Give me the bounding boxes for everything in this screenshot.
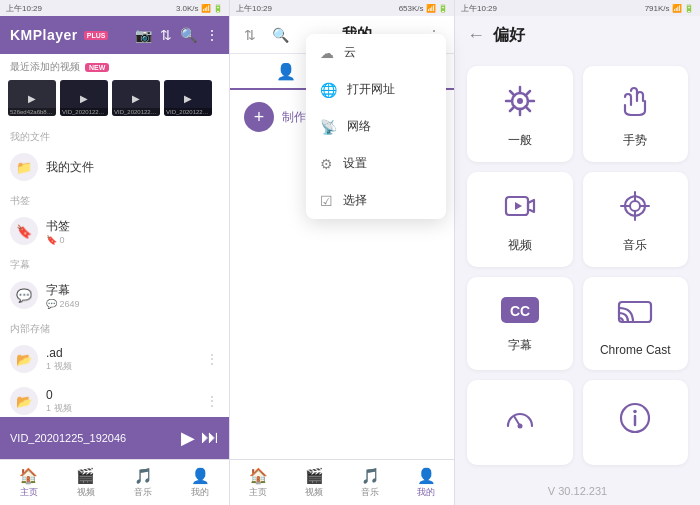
mine-video-icon: 🎬 xyxy=(305,467,324,485)
app-container: 上午10:29 3.0K/s 📶 🔋 KMPlayer PLUS 📷 ⇅ 🔍 ⋮… xyxy=(0,0,700,505)
thumb-4[interactable]: ▶ VID_20201225... xyxy=(164,80,212,116)
folder-ad-label: .ad xyxy=(46,346,197,360)
nav-video[interactable]: 🎬 视频 xyxy=(57,460,114,505)
play-button[interactable]: ▶ xyxy=(181,427,195,449)
nav-video-label: 视频 xyxy=(77,486,95,499)
mine-bottom-nav: 🏠 主页 🎬 视频 🎵 音乐 👤 我的 xyxy=(230,459,454,505)
mine-home-icon: 🏠 xyxy=(249,467,268,485)
home-icon: 🏠 xyxy=(19,467,38,485)
thumb-2[interactable]: ▶ VID_20201225_2... xyxy=(60,80,108,116)
mine-search-icon[interactable]: 🔍 xyxy=(268,23,292,47)
pref-chromecast[interactable]: Chrome Cast xyxy=(583,277,689,370)
folder-ad-sub: 1 视频 xyxy=(46,360,197,373)
dd-settings-label: 设置 xyxy=(343,155,367,172)
next-button[interactable]: ⏭ xyxy=(201,427,219,449)
mine-signal: 653K/s 📶 🔋 xyxy=(399,4,448,13)
nav-music-label: 音乐 xyxy=(134,486,152,499)
nav-home[interactable]: 🏠 主页 xyxy=(0,460,57,505)
panel-mine: 上午10:29 653K/s 📶 🔋 ⇅ 🔍 我的 ⋮ ☁ 云 🌐 打开网址 📡 xyxy=(230,0,455,505)
folder-0-more[interactable]: ⋮ xyxy=(205,393,219,409)
folder-0[interactable]: 📂 0 1 视频 ⋮ xyxy=(0,380,229,417)
km-plus-badge: PLUS xyxy=(84,31,109,40)
chromecast-label: Chrome Cast xyxy=(600,343,671,357)
new-badge: NEW xyxy=(85,63,109,72)
playing-track-name: VID_20201225_192046 xyxy=(10,432,126,444)
thumb-3[interactable]: ▶ VID_20201225_1... xyxy=(112,80,160,116)
more-icon[interactable]: ⋮ xyxy=(205,27,219,43)
dd-network[interactable]: 📡 网络 xyxy=(306,108,446,145)
prefs-title: 偏好 xyxy=(493,25,525,46)
pref-subtitle[interactable]: CC 字幕 xyxy=(467,277,573,370)
playing-bar: VID_20201225_192046 ▶ ⏭ xyxy=(0,417,229,459)
subtitles-label: 字幕 xyxy=(46,282,219,299)
main-time: 上午10:29 xyxy=(6,3,42,14)
svg-line-8 xyxy=(525,91,530,96)
main-signal: 3.0K/s 📶 🔋 xyxy=(176,4,223,13)
pref-info[interactable] xyxy=(583,380,689,466)
thumb-1[interactable]: ▶ 526ed42a6b84... xyxy=(8,80,56,116)
pref-music[interactable]: 音乐 xyxy=(583,172,689,268)
open-url-icon: 🌐 xyxy=(320,82,337,98)
mine-sort-icon[interactable]: ⇅ xyxy=(238,23,262,47)
mine-nav-music[interactable]: 🎵 音乐 xyxy=(342,460,398,505)
svg-point-12 xyxy=(630,201,640,211)
dd-settings[interactable]: ⚙ 设置 xyxy=(306,145,446,182)
mine-nav-video[interactable]: 🎬 视频 xyxy=(286,460,342,505)
folder-0-label: 0 xyxy=(46,388,197,402)
prefs-signal: 791K/s 📶 🔋 xyxy=(645,4,694,13)
nav-music[interactable]: 🎵 音乐 xyxy=(115,460,172,505)
dd-cloud-label: 云 xyxy=(344,44,356,61)
pref-video[interactable]: 视频 xyxy=(467,172,573,268)
prefs-status-bar: 上午10:29 791K/s 📶 🔋 xyxy=(455,0,700,16)
mine-nav-home[interactable]: 🏠 主页 xyxy=(230,460,286,505)
pref-gesture[interactable]: 手势 xyxy=(583,66,689,162)
svg-point-24 xyxy=(633,409,637,413)
thumbnail-row: ▶ 526ed42a6b84... ▶ VID_20201225_2... ▶ … xyxy=(0,78,229,124)
speedometer-icon xyxy=(502,400,538,441)
myfiles-item[interactable]: 📁 我的文件 xyxy=(0,146,229,188)
bookmarks-icon: 🔖 xyxy=(10,217,38,245)
folder-0-sub: 1 视频 xyxy=(46,402,197,415)
bookmarks-item[interactable]: 🔖 书签 🔖 0 xyxy=(0,210,229,252)
subtitles-item[interactable]: 💬 字幕 💬 2649 xyxy=(0,274,229,316)
dd-open-url[interactable]: 🌐 打开网址 xyxy=(306,71,446,108)
sort-icon[interactable]: ⇅ xyxy=(160,27,172,43)
bookmarks-section-title: 书签 xyxy=(0,188,229,210)
music-pref-icon xyxy=(617,188,653,229)
recent-label: 最近添加的视频 NEW xyxy=(0,54,229,78)
subtitle-label: 字幕 xyxy=(508,337,532,354)
mine-nav-mine[interactable]: 👤 我的 xyxy=(398,460,454,505)
km-logo: KMPlayer xyxy=(10,27,78,43)
gesture-label: 手势 xyxy=(623,132,647,149)
info-icon xyxy=(617,400,653,441)
mine-nav-music-label: 音乐 xyxy=(361,486,379,499)
nav-mine[interactable]: 👤 我的 xyxy=(172,460,229,505)
mine-header: ⇅ 🔍 我的 ⋮ ☁ 云 🌐 打开网址 📡 网络 ⚙ xyxy=(230,16,454,54)
network-icon: 📡 xyxy=(320,119,337,135)
dd-select[interactable]: ☑ 选择 xyxy=(306,182,446,219)
svg-line-6 xyxy=(510,91,515,96)
pref-general[interactable]: 一般 xyxy=(467,66,573,162)
prefs-grid: 一般 手势 xyxy=(455,54,700,477)
mine-dropdown: ☁ 云 🌐 打开网址 📡 网络 ⚙ 设置 ☑ 选择 xyxy=(306,34,446,219)
mine-nav-home-label: 主页 xyxy=(249,486,267,499)
select-icon: ☑ xyxy=(320,193,333,209)
version-text: V 30.12.231 xyxy=(455,477,700,505)
dd-cloud[interactable]: ☁ 云 xyxy=(306,34,446,71)
folder-ad[interactable]: 📂 .ad 1 视频 ⋮ xyxy=(0,338,229,380)
main-scroll: 最近添加的视频 NEW ▶ 526ed42a6b84... ▶ VID_2020… xyxy=(0,54,229,417)
camera-icon[interactable]: 📷 xyxy=(135,27,152,43)
panel-prefs: 上午10:29 791K/s 📶 🔋 ← 偏好 xyxy=(455,0,700,505)
dd-select-label: 选择 xyxy=(343,192,367,209)
prefs-back-button[interactable]: ← xyxy=(467,25,485,46)
settings-icon: ⚙ xyxy=(320,156,333,172)
search-icon[interactable]: 🔍 xyxy=(180,27,197,43)
dd-network-label: 网络 xyxy=(347,118,371,135)
pref-speedometer[interactable] xyxy=(467,380,573,466)
subtitle-icon: CC xyxy=(500,296,540,329)
folder-0-icon: 📂 xyxy=(10,387,38,415)
general-label: 一般 xyxy=(508,132,532,149)
svg-point-1 xyxy=(517,98,523,104)
myfiles-section-title: 我的文件 xyxy=(0,124,229,146)
folder-ad-more[interactable]: ⋮ xyxy=(205,351,219,367)
